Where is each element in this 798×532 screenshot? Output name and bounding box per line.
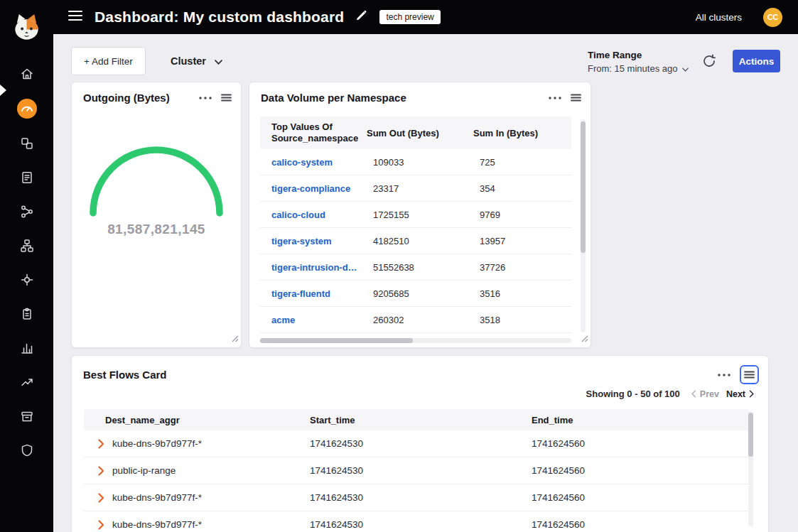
sidebar <box>0 0 53 532</box>
start-time: 1741624530 <box>310 492 532 503</box>
namespace-link[interactable]: tigera-system <box>260 236 367 246</box>
avatar[interactable]: CC <box>763 8 782 27</box>
chevron-left-icon <box>691 390 696 398</box>
sidebar-item-security[interactable] <box>17 442 37 462</box>
edit-dashboard-button[interactable] <box>355 9 367 25</box>
column-header: End_time <box>532 415 749 425</box>
namespace-link[interactable]: tigera-fluentd <box>260 288 367 299</box>
dest-name: kube-dns-9b7d977f-* <box>112 519 202 530</box>
sidebar-item-compliance[interactable] <box>17 305 37 325</box>
topbar: Dashboard: My custom dashboard tech prev… <box>53 0 798 34</box>
card-drag-handle-focused[interactable] <box>740 365 759 384</box>
sidebar-item-network[interactable] <box>17 203 37 223</box>
ellipsis-icon <box>199 97 212 99</box>
scrollbar-thumb[interactable] <box>748 413 753 457</box>
scrollbar-thumb[interactable] <box>581 121 586 253</box>
all-clusters-selector[interactable]: All clusters <box>696 12 742 23</box>
app-root: Dashboard: My custom dashboard tech prev… <box>0 0 798 532</box>
vertical-scrollbar[interactable] <box>581 119 586 332</box>
hamburger-menu-button[interactable] <box>68 11 82 23</box>
trend-icon <box>20 375 34 392</box>
sidebar-item-clusters[interactable] <box>17 271 37 291</box>
table-row: calico-cloud 1725155 9769 <box>260 202 571 228</box>
prev-page-button[interactable]: Prev <box>691 389 719 399</box>
card-drag-handle[interactable] <box>571 94 581 102</box>
table-row[interactable]: public-ip-range 1741624530 1741624560 <box>84 457 749 484</box>
refresh-icon <box>702 58 716 70</box>
sidebar-item-service-graph[interactable] <box>17 237 37 257</box>
calico-logo[interactable] <box>10 11 43 44</box>
expand-chevron-icon[interactable] <box>98 466 104 476</box>
vertical-scrollbar[interactable] <box>748 411 753 526</box>
data-volume-card: Data Volume per Namespace Top Values Of … <box>249 82 591 348</box>
sum-out-value: 1725155 <box>367 210 473 220</box>
table-row[interactable]: kube-dns-9b7d977f-* 1741624530 174162456… <box>84 511 749 532</box>
add-filter-button[interactable]: + Add Filter <box>71 47 146 75</box>
column-header: Sum In (Bytes) <box>473 128 571 139</box>
refresh-button[interactable] <box>702 54 716 68</box>
next-page-button[interactable]: Next <box>726 389 754 399</box>
pencil-icon <box>355 9 367 25</box>
sidebar-item-trends[interactable] <box>17 374 37 393</box>
end-time: 1741624560 <box>532 438 749 449</box>
chevron-right-icon <box>749 390 754 398</box>
expand-chevron-icon[interactable] <box>98 439 104 449</box>
tech-preview-badge: tech preview <box>379 10 440 24</box>
home-icon <box>20 67 34 84</box>
sidebar-item-endpoints[interactable] <box>17 135 37 155</box>
sidebar-item-home[interactable] <box>17 65 37 85</box>
hierarchy-icon <box>20 239 34 256</box>
card-menu-button[interactable] <box>199 97 212 99</box>
card-drag-handle[interactable] <box>221 94 232 102</box>
card-header: Outgoing (Bytes) <box>72 82 241 104</box>
sum-out-value: 4182510 <box>367 236 473 246</box>
table-row[interactable]: kube-dns-9b7d977f-* 1741624530 174162456… <box>84 484 749 511</box>
table-row: tigera-system 4182510 13957 <box>260 228 571 254</box>
table-row[interactable]: kube-dns-9b7d977f-* 1741624530 174162456… <box>84 430 749 457</box>
sum-out-value: 9205685 <box>367 288 473 299</box>
pagination: Showing 0 - 50 of 100 Prev Next <box>586 389 754 399</box>
card-title: Outgoing (Bytes) <box>83 92 199 104</box>
namespace-link[interactable]: tigera-intrusion-d… <box>260 262 367 273</box>
cluster-dropdown[interactable]: Cluster <box>171 47 222 75</box>
sidebar-item-metrics[interactable] <box>17 340 37 359</box>
namespace-link[interactable]: acme <box>260 315 367 325</box>
expand-chevron-icon[interactable] <box>98 493 104 503</box>
document-icon <box>20 170 34 188</box>
squares-icon <box>20 136 34 153</box>
card-menu-button[interactable] <box>718 374 730 376</box>
hamburger-icon <box>68 10 82 24</box>
flows-table: Dest_name_aggr Start_time End_time kube-… <box>84 409 749 532</box>
card-icons <box>549 94 581 102</box>
sidebar-item-storage[interactable] <box>17 408 37 428</box>
column-header: Top Values Of Source_namespace <box>260 121 367 144</box>
time-range-label: Time Range <box>588 50 689 60</box>
sum-in-value: 3516 <box>473 288 571 299</box>
sidebar-item-dashboards[interactable] <box>16 99 38 121</box>
resize-handle-icon[interactable] <box>231 332 239 345</box>
chevron-down-icon <box>215 55 222 67</box>
cluster-dropdown-label: Cluster <box>171 55 206 67</box>
card-menu-button[interactable] <box>549 97 561 99</box>
namespace-link[interactable]: tigera-compliance <box>260 183 367 194</box>
sum-out-value: 23317 <box>367 183 473 194</box>
actions-button[interactable]: Actions <box>733 50 780 72</box>
gauge-value: 81,587,821,145 <box>72 222 241 237</box>
sum-in-value: 3518 <box>473 315 571 325</box>
expand-chevron-icon[interactable] <box>98 520 104 530</box>
horizontal-scrollbar[interactable] <box>260 338 571 343</box>
namespace-link[interactable]: calico-system <box>260 157 367 168</box>
grip-icon <box>744 371 755 379</box>
table-row: acme 260302 3518 <box>260 307 571 333</box>
time-range-value: From: 15 minutes ago <box>588 63 677 74</box>
sum-in-value: 37726 <box>473 262 571 273</box>
sidebar-item-policies[interactable] <box>17 169 37 189</box>
resize-handle-icon[interactable] <box>581 332 588 345</box>
end-time: 1741624560 <box>532 465 749 476</box>
scrollbar-thumb[interactable] <box>260 338 413 343</box>
namespace-link[interactable]: calico-cloud <box>260 210 367 220</box>
card-icons <box>199 94 232 102</box>
time-range-selector[interactable]: From: 15 minutes ago <box>588 63 689 74</box>
sum-in-value: 13957 <box>473 236 571 246</box>
chevron-down-icon <box>682 63 689 74</box>
